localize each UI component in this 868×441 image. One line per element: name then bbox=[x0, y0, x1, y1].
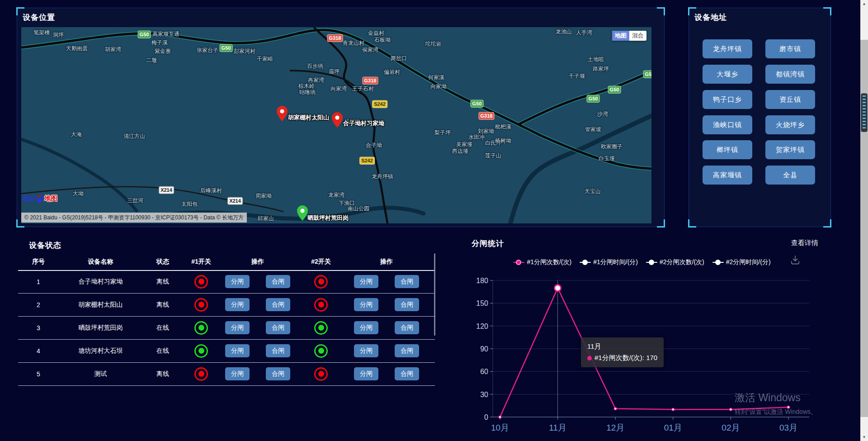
road-badge-g50: G50 bbox=[608, 86, 621, 94]
map-toggle-option-2[interactable]: 混合 bbox=[629, 31, 646, 41]
scrollbar-extension-widget[interactable] bbox=[861, 93, 868, 132]
map-place-label: 庙坪 bbox=[329, 68, 340, 76]
open-switch-button-row4-sw2[interactable]: 分闸 bbox=[354, 344, 378, 357]
legend-label: #1分闸次数/(次) bbox=[527, 258, 571, 266]
road-badge-g318: G318 bbox=[363, 77, 378, 85]
switch-indicator-red bbox=[194, 367, 208, 381]
device-pin-red[interactable] bbox=[277, 106, 288, 121]
table-ops-cell: 分闸合闸 bbox=[219, 270, 296, 293]
switch-indicator-cell bbox=[296, 270, 346, 293]
switch-indicator-dot bbox=[198, 325, 204, 331]
table-row-name: 胡家棚村太阳山 bbox=[59, 293, 142, 316]
open-switch-button-row3-sw2[interactable]: 分闸 bbox=[354, 321, 378, 334]
open-switch-button-row2-sw1[interactable]: 分闸 bbox=[225, 298, 250, 311]
road-badge-s242: S242 bbox=[372, 100, 387, 108]
close-switch-button-row3-sw1[interactable]: 合闸 bbox=[266, 321, 290, 334]
address-button-5[interactable]: 鸭子口乡 bbox=[703, 90, 752, 109]
legend-marker-dot bbox=[649, 260, 654, 265]
switch-indicator-red bbox=[314, 298, 328, 312]
map-place-label: 南山公园 bbox=[348, 205, 369, 213]
open-switch-button-row5-sw1[interactable]: 分闸 bbox=[225, 367, 250, 380]
chart-legend: #1分闸次数/(次)#1分闸时间/(分)#2分闸次数/(次)#2分闸时间/(分) bbox=[497, 258, 787, 266]
legend-item-3[interactable]: #2分闸次数/(次) bbox=[646, 258, 704, 266]
address-button-1[interactable]: 龙舟坪镇 bbox=[703, 39, 752, 58]
road-badge-s242: S242 bbox=[359, 157, 375, 165]
close-switch-button-row4-sw1[interactable]: 合闸 bbox=[266, 344, 290, 357]
svg-text:10月: 10月 bbox=[491, 423, 509, 432]
address-button-8[interactable]: 火烧坪乡 bbox=[765, 115, 815, 134]
legend-marker-dot bbox=[516, 260, 521, 265]
device-status-title: 设备状态 bbox=[29, 240, 61, 251]
map-place-label: 彭家河村 bbox=[234, 47, 255, 55]
legend-label: #2分闸时间/(分) bbox=[726, 258, 771, 266]
switch-indicator-green bbox=[314, 344, 328, 358]
address-button-11[interactable]: 高家堰镇 bbox=[703, 166, 752, 185]
address-button-12[interactable]: 全县 bbox=[765, 166, 815, 185]
open-switch-button-row2-sw2[interactable]: 分闸 bbox=[354, 298, 378, 311]
scrollbar-up-arrow[interactable]: ▲ bbox=[860, 0, 868, 8]
switch-indicator-cell bbox=[183, 362, 219, 385]
switch-indicator-dot bbox=[198, 302, 204, 308]
close-switch-button-row5-sw2[interactable]: 合闸 bbox=[395, 367, 419, 380]
switch-indicator-cell bbox=[183, 270, 219, 293]
corner-decoration bbox=[657, 219, 665, 228]
address-button-4[interactable]: 都镇湾镇 bbox=[765, 65, 815, 84]
switch-indicator-dot bbox=[198, 348, 204, 354]
map-place-label: 二墩 bbox=[146, 57, 157, 64]
close-switch-button-row1-sw2[interactable]: 合闸 bbox=[395, 275, 419, 288]
open-switch-button-row1-sw1[interactable]: 分闸 bbox=[225, 275, 250, 288]
table-scrollbar[interactable] bbox=[434, 253, 435, 336]
switch-indicator-cell bbox=[296, 362, 346, 385]
tooltip-series-value: #1分闸次数/(次): 170 bbox=[594, 354, 657, 361]
legend-item-1[interactable]: #1分闸次数/(次) bbox=[513, 258, 571, 266]
device-address-panel: 设备地址 龙舟坪镇磨市镇大堰乡都镇湾镇鸭子口乡资丘镇渔峡口镇火烧坪乡榔坪镇贺家坪… bbox=[689, 8, 831, 227]
address-button-3[interactable]: 大堰乡 bbox=[703, 65, 752, 84]
map-place-label: 沙湾 bbox=[597, 110, 608, 118]
address-button-10[interactable]: 贺家坪镇 bbox=[765, 140, 815, 159]
svg-text:30: 30 bbox=[480, 391, 488, 398]
svg-text:02月: 02月 bbox=[722, 423, 740, 432]
close-switch-button-row2-sw2[interactable]: 合闸 bbox=[395, 298, 419, 311]
road-badge-g50: G50 bbox=[471, 100, 484, 108]
device-pin-green[interactable] bbox=[297, 205, 308, 221]
legend-item-4[interactable]: #2分闸时间/(分) bbox=[712, 258, 771, 266]
svg-text:0: 0 bbox=[484, 413, 488, 421]
close-switch-button-row5-sw1[interactable]: 合闸 bbox=[266, 367, 290, 380]
close-switch-button-row2-sw1[interactable]: 合闸 bbox=[266, 298, 290, 311]
close-switch-button-row3-sw2[interactable]: 合闸 bbox=[395, 321, 419, 334]
open-switch-button-row1-sw2[interactable]: 分闸 bbox=[354, 275, 378, 288]
open-switch-button-row3-sw1[interactable]: 分闸 bbox=[225, 321, 250, 334]
map-toggle-option-1[interactable]: 地图 bbox=[612, 31, 629, 41]
device-address-title: 设备地址 bbox=[694, 12, 727, 23]
close-switch-button-row1-sw1[interactable]: 合闸 bbox=[266, 275, 290, 288]
device-pin-label: 胡家棚村太阳山 bbox=[288, 114, 329, 122]
legend-marker-dot bbox=[715, 260, 721, 265]
device-pin-label: 晒鼓坪村荒田岗 bbox=[307, 214, 349, 222]
open-switch-button-row4-sw1[interactable]: 分闸 bbox=[225, 344, 250, 357]
switch-indicator-green bbox=[194, 321, 208, 335]
table-row-no: 4 bbox=[18, 339, 59, 362]
svg-text:120: 120 bbox=[476, 322, 488, 330]
close-switch-button-row4-sw2[interactable]: 合闸 bbox=[395, 344, 419, 357]
svg-text:11月: 11月 bbox=[549, 423, 566, 432]
address-button-7[interactable]: 渔峡口镇 bbox=[703, 115, 752, 134]
svg-text:60: 60 bbox=[480, 368, 488, 375]
legend-item-2[interactable]: #1分闸时间/(分) bbox=[580, 258, 638, 266]
map-place-label: 土地咀 bbox=[588, 56, 604, 63]
address-button-6[interactable]: 资丘镇 bbox=[765, 90, 815, 109]
table-row-status: 离线 bbox=[142, 270, 183, 293]
baidu-map[interactable]: 笔架槽洞坪天鹅抱蛋胡家湾高家堰互通梅子溪紫金寨二墩张家台子彭家河村千家峪金益村石… bbox=[21, 27, 651, 223]
address-button-9[interactable]: 榔坪镇 bbox=[703, 140, 752, 159]
view-details-link[interactable]: 查看详情 bbox=[791, 239, 818, 247]
map-place-label: 白玉垭 bbox=[599, 155, 615, 162]
open-switch-button-row5-sw2[interactable]: 分闸 bbox=[354, 367, 378, 380]
legend-marker bbox=[712, 260, 724, 265]
map-place-label: 龙池山 bbox=[556, 28, 572, 36]
map-place-label: 偏岩村 bbox=[384, 68, 400, 76]
download-icon[interactable] bbox=[790, 255, 801, 266]
table-ops-cell: 分闸合闸 bbox=[219, 316, 296, 339]
map-place-label: 清江方山 bbox=[123, 133, 145, 140]
address-button-2[interactable]: 磨市镇 bbox=[765, 39, 815, 58]
scrollbar-down-arrow[interactable]: ▼ bbox=[860, 433, 868, 441]
device-pin-red[interactable] bbox=[332, 112, 343, 128]
